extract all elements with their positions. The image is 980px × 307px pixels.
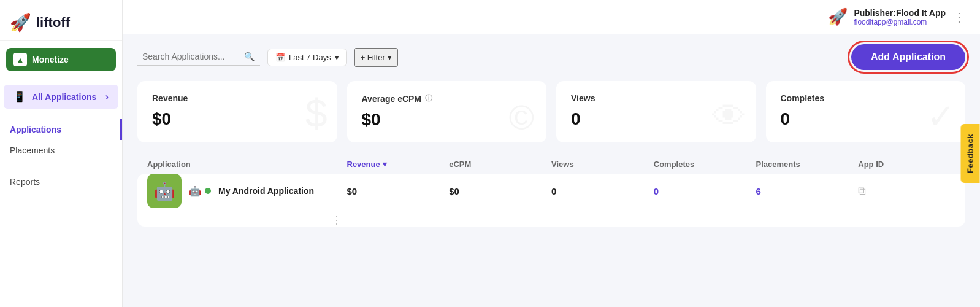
app-name: My Android Application xyxy=(218,186,314,196)
stat-value-ecpm: $0 xyxy=(362,110,532,130)
col-appid: App ID xyxy=(858,160,955,169)
main-content: 🚀 Publisher:Flood It App flooditapp@gmai… xyxy=(123,0,980,307)
stat-card-ecpm: Average eCPM ⓘ $0 © xyxy=(347,81,547,142)
stat-label-revenue: Revenue xyxy=(152,93,323,103)
sidebar-divider-2 xyxy=(7,166,115,166)
col-revenue[interactable]: Revenue ▾ xyxy=(347,160,445,169)
app-cell: 🤖 🤖 My Android Application xyxy=(147,174,342,208)
sidebar-item-all-applications[interactable]: 📱 All Applications xyxy=(4,85,118,109)
liftoff-logo-icon: 🚀 xyxy=(10,12,31,33)
sort-icon: ▾ xyxy=(383,160,387,169)
status-active-dot xyxy=(205,188,211,194)
table-header: Application Revenue ▾ eCPM Views Complet… xyxy=(137,155,965,174)
toolbar: 🔍 📅 Last 7 Days ▾ + Filter ▾ Add Applica… xyxy=(137,44,965,70)
date-filter-button[interactable]: 📅 Last 7 Days ▾ xyxy=(267,49,347,66)
cell-completes[interactable]: 0 xyxy=(654,186,751,196)
publisher-info: 🚀 Publisher:Flood It App flooditapp@gmai… xyxy=(828,7,946,26)
publisher-avatar-icon: 🚀 xyxy=(828,7,848,26)
filter-chevron-icon: ▾ xyxy=(388,53,392,62)
placements-label: Placements xyxy=(10,146,55,155)
stat-label-ecpm: Average eCPM ⓘ xyxy=(362,93,532,104)
sidebar: 🚀 liftoff ▲ Monetize 📱 All Applications … xyxy=(0,0,123,307)
sidebar-item-placements[interactable]: Placements xyxy=(0,140,122,161)
col-views: Views xyxy=(551,160,649,169)
cell-views: 0 xyxy=(551,186,649,196)
search-input[interactable] xyxy=(142,52,240,61)
top-header: 🚀 Publisher:Flood It App flooditapp@gmai… xyxy=(123,0,980,34)
filter-button[interactable]: + Filter ▾ xyxy=(354,48,398,67)
stat-card-completes: Completes 0 ✓ xyxy=(766,81,966,142)
calendar-icon: 📅 xyxy=(275,53,285,62)
filter-label: + Filter xyxy=(361,53,385,62)
copy-appid-button[interactable]: ⧉ xyxy=(858,185,955,198)
stat-label-views: Views xyxy=(571,93,741,103)
stat-card-views: Views 0 👁 xyxy=(556,81,756,142)
stat-label-completes: Completes xyxy=(781,93,951,103)
publisher-name: Publisher:Flood It App xyxy=(854,8,946,18)
page-content: 🔍 📅 Last 7 Days ▾ + Filter ▾ Add Applica… xyxy=(123,34,980,307)
feedback-tab[interactable]: Feedback xyxy=(961,124,980,183)
col-ecpm: eCPM xyxy=(449,160,546,169)
chevron-down-icon: ▾ xyxy=(335,53,339,62)
add-application-button[interactable]: Add Application xyxy=(851,44,965,70)
stat-value-views: 0 xyxy=(571,109,741,129)
publisher-details: Publisher:Flood It App flooditapp@gmail.… xyxy=(854,8,946,26)
ecpm-info-icon[interactable]: ⓘ xyxy=(425,93,432,104)
col-application: Application xyxy=(147,160,342,169)
phone-icon: 📱 xyxy=(13,91,26,103)
header-more-icon[interactable]: ⋮ xyxy=(953,10,965,25)
brand-name: liftoff xyxy=(36,15,70,31)
android-icon: 🤖 xyxy=(189,185,201,197)
applications-table: Application Revenue ▾ eCPM Views Complet… xyxy=(137,155,965,227)
applications-label: Applications xyxy=(10,125,61,134)
sidebar-divider xyxy=(7,114,115,114)
app-icon-android: 🤖 xyxy=(147,174,182,208)
search-box[interactable]: 🔍 xyxy=(137,48,260,66)
table-body: 🤖 🤖 My Android Application $0 $0 0 0 6 ⧉… xyxy=(137,174,965,227)
cell-ecpm: $0 xyxy=(449,186,546,196)
date-filter-label: Last 7 Days xyxy=(289,53,331,62)
publisher-email[interactable]: flooditapp@gmail.com xyxy=(854,18,946,26)
col-completes: Completes xyxy=(654,160,751,169)
cell-placements[interactable]: 6 xyxy=(756,186,854,196)
monetize-icon: ▲ xyxy=(13,53,27,66)
stat-card-revenue: Revenue $0 $ xyxy=(137,81,337,142)
col-placements: Placements xyxy=(756,160,854,169)
sidebar-navigation: 📱 All Applications Applications Placemen… xyxy=(0,79,122,307)
monetize-label: Monetize xyxy=(32,55,69,64)
sidebar-item-all-apps-label: All Applications xyxy=(32,92,96,102)
stat-value-revenue: $0 xyxy=(152,109,323,129)
search-icon: 🔍 xyxy=(244,52,255,61)
stats-row: Revenue $0 $ Average eCPM ⓘ $0 © Views 0… xyxy=(137,81,965,142)
app-status-group: 🤖 xyxy=(189,185,211,197)
table-row: 🤖 🤖 My Android Application $0 $0 0 0 6 ⧉… xyxy=(137,174,965,227)
row-more-icon[interactable]: ⋮ xyxy=(331,213,342,227)
sidebar-logo: 🚀 liftoff xyxy=(0,0,122,41)
monetize-button[interactable]: ▲ Monetize xyxy=(6,48,116,71)
sidebar-item-applications[interactable]: Applications xyxy=(0,119,122,140)
cell-revenue: $0 xyxy=(347,186,445,196)
reports-label: Reports xyxy=(10,177,40,187)
sidebar-item-reports[interactable]: Reports xyxy=(0,171,122,192)
stat-value-completes: 0 xyxy=(781,109,951,129)
